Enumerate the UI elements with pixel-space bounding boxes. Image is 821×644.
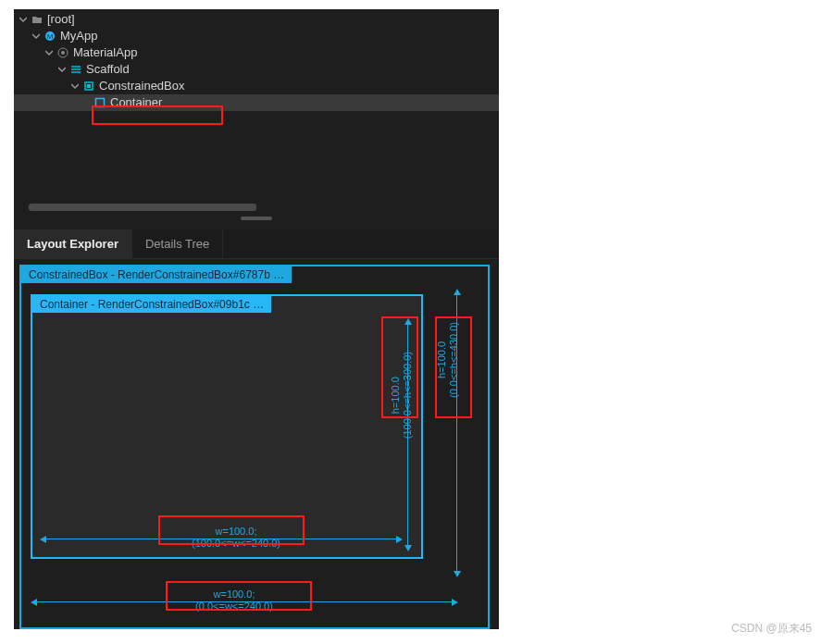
tree-row-myapp[interactable]: M MyApp (14, 28, 499, 44)
chevron-down-icon (69, 80, 81, 92)
svg-rect-5 (87, 84, 91, 88)
tree-label: ConstrainedBox (99, 78, 185, 94)
material-icon (56, 46, 69, 59)
tree-row-root[interactable]: [root] (14, 11, 499, 28)
tab-details-tree[interactable]: Details Tree (132, 229, 223, 259)
outer-frame-title: ConstrainedBox - RenderConstrainedBox#67… (21, 266, 292, 283)
outer-constraint-frame[interactable]: ConstrainedBox - RenderConstrainedBox#67… (19, 265, 490, 629)
inner-constraint-frame[interactable]: Container - RenderConstrainedBox#09b1c …… (31, 294, 423, 559)
tab-layout-explorer[interactable]: Layout Explorer (14, 229, 132, 259)
tree-label: Scaffold (86, 61, 130, 78)
container-icon (93, 96, 106, 109)
horizontal-scrollbar[interactable] (14, 204, 499, 213)
tree-row-constrainedbox[interactable]: ConstrainedBox (14, 78, 499, 94)
inner-height-label: h=100.0(100.0<=h<=300.0) (390, 352, 414, 439)
tree-row-container[interactable]: Container (14, 94, 499, 111)
outer-width-label: w=100.0;(0.0<=w<=240.0) (169, 588, 299, 613)
split-drag-handle[interactable] (241, 217, 272, 220)
myapp-icon: M (44, 30, 56, 43)
outer-height-label: h=100.0(0.0<=h<=430.0) (436, 322, 460, 398)
folder-icon (31, 13, 44, 26)
tree-label: MyApp (60, 28, 97, 44)
chevron-down-icon (56, 64, 68, 75)
svg-text:M: M (47, 32, 54, 41)
tab-bar: Layout Explorer Details Tree (14, 229, 499, 259)
svg-rect-6 (96, 99, 105, 107)
watermark: CSDN @原来45 (731, 621, 812, 637)
chevron-down-icon (31, 31, 42, 42)
svg-point-3 (61, 51, 65, 55)
tree-label: MaterialApp (73, 44, 137, 61)
chevron-down-icon (18, 14, 29, 25)
layout-explorer: ConstrainedBox - RenderConstrainedBox#67… (14, 259, 499, 629)
inner-width-label: w=100.0;(100.0<=w<=240.0) (171, 526, 301, 550)
box-icon (82, 80, 95, 93)
devtools-panel: [root] M MyApp MaterialApp Scaffold Cons… (14, 9, 499, 629)
tree-label: [root] (47, 11, 75, 28)
tree-label: Container (110, 94, 162, 111)
widget-tree: [root] M MyApp MaterialApp Scaffold Cons… (14, 9, 499, 213)
scrollbar-thumb[interactable] (29, 204, 256, 211)
scaffold-icon (69, 63, 82, 76)
chevron-down-icon (44, 47, 55, 58)
inner-frame-title: Container - RenderConstrainedBox#09b1c … (32, 296, 271, 313)
tree-row-scaffold[interactable]: Scaffold (14, 61, 499, 78)
tree-row-materialapp[interactable]: MaterialApp (14, 44, 499, 61)
